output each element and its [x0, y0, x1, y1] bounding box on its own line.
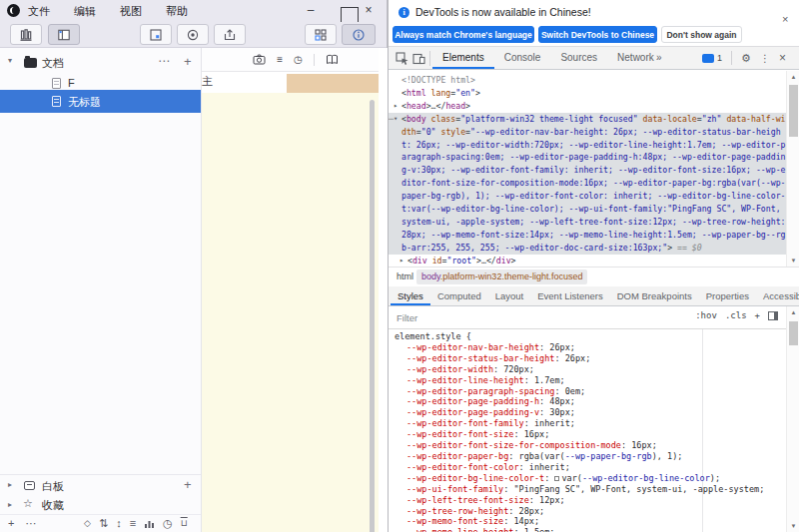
elements-scrollbar[interactable]: ▲ ▼ [786, 71, 799, 266]
apps-grid-button[interactable] [305, 24, 337, 45]
tab-console[interactable]: Console [494, 47, 551, 69]
trash-icon[interactable]: ⊔ [181, 515, 188, 532]
dom-tree-node[interactable]: <html lang="en"> [389, 87, 786, 100]
menu-item-3[interactable]: 帮助 [166, 4, 188, 19]
styles-tab-styles[interactable]: Styles [391, 286, 430, 305]
sidebar-section-whiteboard[interactable]: ▸ 白板 + [0, 476, 201, 496]
css-property-row[interactable]: --wp-tree-row-height: 28px; [395, 506, 786, 517]
dom-tree-node[interactable]: ▸<div id="root">…</div> [389, 255, 786, 266]
menu-item-0[interactable]: 文件 [28, 4, 50, 19]
scroll-up-arrow[interactable]: ▲ [787, 309, 799, 315]
css-property-row[interactable]: --wp-editor-font-size: 16px; [395, 429, 786, 440]
menu-item-1[interactable]: 编辑 [74, 4, 96, 19]
css-property-row[interactable]: --wp-memo-font-size: 14px; [395, 516, 786, 527]
dom-tree-node[interactable]: ▸<head>…</head> [389, 100, 786, 113]
chart-icon[interactable] [144, 518, 155, 529]
toggle-hover-state-button[interactable]: :hov [695, 310, 717, 320]
styles-tab-dom-breakpoints[interactable]: DOM Breakpoints [610, 286, 699, 305]
css-var-link[interactable]: --wp-paper-bg-rgb [565, 451, 652, 461]
bookshelf-button[interactable] [10, 24, 42, 45]
css-property-row[interactable]: --wp-left-tree-font-size: 12px; [395, 495, 786, 506]
css-var-link[interactable]: --wp-editor-bg-line-color [582, 473, 710, 483]
distribute-down-icon[interactable]: ↕ [116, 515, 122, 532]
editor-paper[interactable] [202, 93, 379, 532]
add-whiteboard-button[interactable]: + [184, 477, 192, 492]
sidebar-section-favorites[interactable]: ▸ ☆ 收藏 [0, 496, 201, 514]
css-property-row[interactable]: --wp-editor-bg-line-color-t: var(--wp-ed… [395, 473, 786, 484]
styles-tab-accessibility[interactable]: Accessibility [756, 286, 799, 305]
info-button[interactable] [342, 24, 376, 45]
device-toolbar-icon[interactable] [412, 52, 425, 65]
settings-gear-icon[interactable]: ⚙ [741, 52, 751, 65]
styles-tab-event-listeners[interactable]: Event Listeners [530, 286, 609, 305]
css-property-row[interactable]: --wp-editor-font-size-for-composition-mo… [395, 440, 786, 451]
more-tabs-icon[interactable]: » [650, 47, 668, 68]
tab-sources[interactable]: Sources [550, 47, 607, 69]
breadcrumb-body-selected[interactable]: body.platform-win32.theme-light.focused [416, 269, 587, 284]
css-property-row[interactable]: --wp-ui-font-family: "PingFang SC", WP-F… [395, 484, 786, 495]
maximize-button[interactable] [332, 0, 350, 22]
expand-more-icon[interactable]: ⋯ [389, 113, 393, 126]
outline-list-icon[interactable]: ≡ [277, 54, 283, 65]
scroll-thumb[interactable] [789, 321, 798, 345]
diamond-icon[interactable]: ◇ [84, 515, 91, 532]
console-message-icon[interactable] [702, 54, 714, 63]
view-button[interactable] [177, 24, 209, 45]
menu-item-2[interactable]: 视图 [120, 4, 142, 19]
css-property-row[interactable]: --wp-editor-page-padding-v: 30px; [395, 407, 786, 418]
css-property-row[interactable]: --wp-editor-page-padding-h: 48px; [395, 396, 786, 407]
history-icon[interactable]: ◷ [163, 515, 173, 532]
chevron-down-icon[interactable]: ▾ [8, 56, 12, 65]
more-icon[interactable]: ⋯ [25, 515, 36, 532]
expand-arrow-icon[interactable]: ▸ [394, 100, 398, 113]
css-property-row[interactable]: --wp-memo-line-height: 1.5em; [395, 527, 786, 532]
more-button[interactable]: ⋯ [158, 54, 170, 68]
chevron-right-icon[interactable]: ▸ [8, 480, 12, 489]
dont-show-again-button[interactable]: Don't show again [661, 26, 742, 43]
css-property-row[interactable]: --wp-editor-paper-bg: rgba(var(--wp-pape… [395, 451, 786, 462]
styles-tab-computed[interactable]: Computed [430, 286, 488, 305]
infobar-close-icon[interactable]: × [782, 13, 788, 25]
dom-tree-node[interactable]: ⋯▾<body class="platform-win32 theme-ligh… [389, 113, 786, 255]
kebab-menu-icon[interactable]: ⋮ [760, 53, 770, 64]
add-document-button[interactable]: + [184, 54, 192, 69]
styles-filter-input[interactable] [395, 309, 584, 325]
inspect-element-icon[interactable] [396, 52, 408, 65]
css-property-row[interactable]: --wp-editor-paragraph-spacing: 0em; [395, 386, 786, 397]
editor-scrollbar[interactable] [370, 100, 375, 532]
share-button[interactable] [214, 24, 246, 45]
devtools-close-icon[interactable]: × [779, 51, 786, 65]
close-button[interactable]: × [360, 0, 378, 22]
camera-icon[interactable] [253, 53, 266, 66]
scroll-down-arrow[interactable]: ▼ [787, 258, 799, 264]
css-property-row[interactable]: --wp-editor-nav-bar-height: 26px; [395, 342, 786, 353]
add-icon[interactable]: + [8, 515, 14, 532]
sidebar-toggle-button[interactable] [48, 24, 80, 45]
color-swatch[interactable] [554, 476, 559, 481]
switch-devtools-chinese-button[interactable]: Switch DevTools to Chinese [538, 26, 657, 43]
styles-scrollbar[interactable]: ▲ ▼ [786, 306, 799, 532]
breadcrumb-html[interactable]: html [397, 271, 413, 281]
sidebar-section-documents[interactable]: ▾ 文档 ⋯ + [0, 52, 201, 74]
css-property-row[interactable]: --wp-editor-status-bar-height: 26px; [395, 353, 786, 364]
always-match-language-button[interactable]: Always match Chrome's language [393, 26, 534, 43]
scale-button[interactable] [140, 24, 172, 45]
list-order-icon[interactable]: ≡ [130, 515, 136, 532]
chevron-right-icon[interactable]: ▸ [8, 500, 12, 509]
scroll-down-arrow[interactable]: ▼ [787, 523, 799, 529]
css-property-row[interactable]: --wp-editor-font-color: inherit; [395, 462, 786, 473]
styles-tab-layout[interactable]: Layout [488, 286, 531, 305]
expand-arrow-icon[interactable]: ▸ [400, 255, 403, 266]
css-property-row[interactable]: --wp-editor-width: 720px; [395, 364, 786, 375]
new-style-rule-button[interactable]: + [755, 310, 760, 320]
toggle-class-button[interactable]: .cls [725, 310, 747, 320]
css-property-row[interactable]: --wp-editor-line-height: 1.7em; [395, 375, 786, 386]
sidebar-item-untitled-selected[interactable]: 无标题 [0, 90, 201, 113]
reading-mode-icon[interactable] [326, 53, 339, 66]
css-property-row[interactable]: --wp-editor-font-family: inherit; [395, 418, 786, 429]
styles-tab-properties[interactable]: Properties [699, 286, 756, 305]
style-selector[interactable]: element.style { [395, 331, 786, 342]
tab-elements[interactable]: Elements [432, 47, 494, 69]
minimize-button[interactable]: – [302, 0, 320, 22]
history-icon[interactable]: ◷ [294, 54, 303, 65]
